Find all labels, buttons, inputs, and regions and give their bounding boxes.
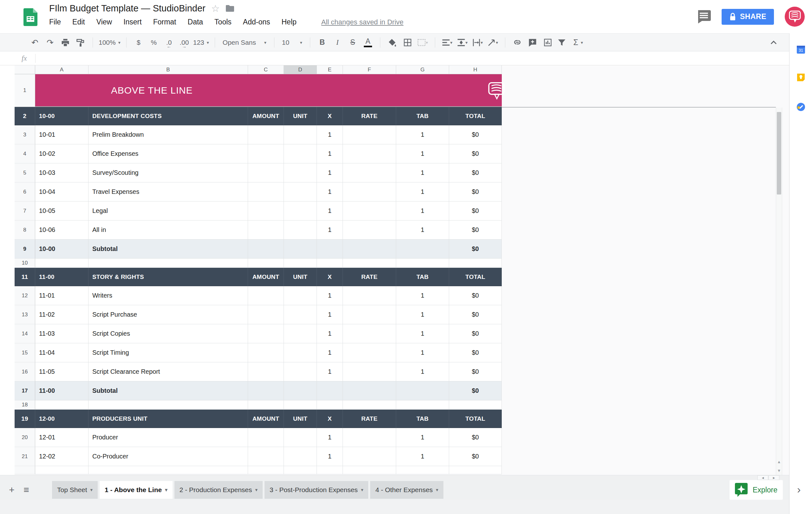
row-number[interactable]: 11 bbox=[14, 268, 35, 286]
row-number[interactable]: 20 bbox=[14, 428, 35, 447]
cell-tab[interactable]: 1 bbox=[396, 447, 449, 466]
formula-bar[interactable]: fx bbox=[0, 52, 789, 65]
cell-unit[interactable] bbox=[284, 182, 317, 201]
cell-line-item[interactable]: Writers bbox=[88, 286, 248, 305]
row-number[interactable]: 13 bbox=[14, 305, 35, 324]
cell-total[interactable]: $0 bbox=[449, 286, 502, 305]
cell-x[interactable]: 1 bbox=[317, 324, 343, 343]
scroll-left-icon[interactable]: ◂ bbox=[757, 475, 768, 480]
row-number[interactable]: 21 bbox=[14, 447, 35, 466]
cell-unit[interactable] bbox=[284, 221, 317, 239]
cell-account-code[interactable]: 10-03 bbox=[35, 163, 88, 182]
cell-header-total[interactable]: TOTAL bbox=[449, 268, 502, 286]
cell-amount[interactable] bbox=[248, 221, 284, 239]
account-avatar-studiobinder[interactable] bbox=[785, 7, 805, 27]
cell-empty[interactable] bbox=[88, 259, 248, 268]
add-sheet-button[interactable]: + bbox=[4, 485, 19, 495]
merge-cells-icon[interactable]: ▾ bbox=[416, 35, 429, 50]
cell-tab[interactable]: 1 bbox=[396, 182, 449, 201]
cell-empty[interactable] bbox=[449, 259, 502, 268]
column-header-g[interactable]: G bbox=[396, 65, 449, 74]
cell-unit[interactable] bbox=[284, 324, 317, 343]
menu-help[interactable]: Help bbox=[281, 18, 296, 26]
cell-rate[interactable] bbox=[343, 125, 396, 144]
calendar-icon[interactable]: 31 bbox=[796, 45, 805, 54]
share-button[interactable]: SHARE bbox=[722, 9, 774, 25]
cell-unit[interactable] bbox=[284, 163, 317, 182]
menu-add-ons[interactable]: Add-ons bbox=[243, 18, 270, 26]
cell-account-code[interactable]: 11-04 bbox=[35, 343, 88, 362]
row-number[interactable]: 18 bbox=[14, 400, 35, 409]
cell-x[interactable]: 1 bbox=[317, 447, 343, 466]
cell-account-code[interactable]: 12-00 bbox=[35, 409, 88, 428]
cell-tab[interactable]: 1 bbox=[396, 343, 449, 362]
tab-menu-caret-icon[interactable]: ▾ bbox=[165, 487, 168, 493]
cell-rate[interactable] bbox=[343, 286, 396, 305]
cell-tab[interactable]: 1 bbox=[396, 305, 449, 324]
row-number[interactable]: 16 bbox=[14, 362, 35, 381]
cell-empty[interactable] bbox=[343, 400, 396, 409]
row-number[interactable]: 14 bbox=[14, 324, 35, 343]
text-rotation-icon[interactable]: ▾ bbox=[487, 35, 499, 50]
cell-header-amount[interactable]: AMOUNT bbox=[248, 409, 284, 428]
scroll-down-icon[interactable]: ▾ bbox=[776, 466, 782, 475]
cell-total[interactable]: $0 bbox=[449, 447, 502, 466]
cell-empty[interactable] bbox=[317, 381, 343, 400]
cell-rate[interactable] bbox=[343, 201, 396, 221]
cell-empty[interactable] bbox=[396, 400, 449, 409]
cell-line-item[interactable]: Legal bbox=[88, 201, 248, 221]
scroll-up-icon[interactable]: ▴ bbox=[776, 457, 782, 466]
cell-unit[interactable] bbox=[284, 125, 317, 144]
vertical-align-icon[interactable]: ▾ bbox=[456, 35, 469, 50]
increase-decimals-button[interactable]: .00→ bbox=[178, 35, 191, 50]
row-number[interactable]: 9 bbox=[14, 239, 35, 259]
tab-menu-caret-icon[interactable]: ▾ bbox=[361, 487, 364, 493]
cell-unit[interactable] bbox=[284, 428, 317, 447]
cell-account-code[interactable]: 10-02 bbox=[35, 144, 88, 163]
font-family-select[interactable]: Open Sans▾ bbox=[221, 35, 268, 50]
cell-empty[interactable] bbox=[248, 400, 284, 409]
row-number[interactable]: 12 bbox=[14, 286, 35, 305]
cell-x[interactable]: 1 bbox=[317, 125, 343, 144]
menu-insert[interactable]: Insert bbox=[123, 18, 142, 26]
tab-menu-caret-icon[interactable]: ▾ bbox=[255, 487, 258, 493]
cell-unit[interactable] bbox=[284, 201, 317, 221]
cell-header-rate[interactable]: RATE bbox=[343, 268, 396, 286]
row-number[interactable]: 8 bbox=[14, 221, 35, 239]
cell-account-code[interactable]: 10-00 bbox=[35, 239, 88, 259]
row-number[interactable]: 3 bbox=[14, 125, 35, 144]
cell-header-amount[interactable]: AMOUNT bbox=[248, 268, 284, 286]
cell-header-tab[interactable]: TAB bbox=[396, 107, 449, 125]
cell-x[interactable]: 1 bbox=[317, 163, 343, 182]
cell-amount[interactable] bbox=[248, 343, 284, 362]
cell-total[interactable]: $0 bbox=[449, 428, 502, 447]
cell-tab[interactable]: 1 bbox=[396, 201, 449, 221]
cell-rate[interactable] bbox=[343, 343, 396, 362]
strikethrough-button[interactable]: S bbox=[346, 35, 359, 50]
cell-total[interactable]: $0 bbox=[449, 343, 502, 362]
cell-empty[interactable] bbox=[248, 381, 284, 400]
above-the-line-banner[interactable]: ABOVE THE LINE bbox=[35, 74, 502, 106]
cell-line-item[interactable]: Survey/Scouting bbox=[88, 163, 248, 182]
cell-empty[interactable] bbox=[317, 259, 343, 268]
font-size-select[interactable]: 10▾ bbox=[280, 35, 304, 50]
select-all-corner[interactable] bbox=[14, 65, 35, 74]
row-number[interactable]: 17 bbox=[14, 381, 35, 400]
cell-header-unit[interactable]: UNIT bbox=[284, 409, 317, 428]
insert-chart-icon[interactable] bbox=[542, 35, 554, 50]
format-currency-button[interactable]: $ bbox=[132, 35, 145, 50]
cell-unit[interactable] bbox=[284, 286, 317, 305]
cell-x[interactable]: 1 bbox=[317, 286, 343, 305]
cell-account-code[interactable]: 11-00 bbox=[35, 381, 88, 400]
collapse-toolbar-icon[interactable] bbox=[770, 39, 778, 47]
cell-empty[interactable] bbox=[284, 239, 317, 259]
cell-amount[interactable] bbox=[248, 201, 284, 221]
cell-empty[interactable] bbox=[35, 400, 88, 409]
cell-line-item[interactable]: Script Purchase bbox=[88, 305, 248, 324]
filter-icon[interactable]: ▾ bbox=[557, 35, 569, 50]
cell-x[interactable]: 1 bbox=[317, 144, 343, 163]
row-number[interactable]: 4 bbox=[14, 144, 35, 163]
cell-total[interactable]: $0 bbox=[449, 163, 502, 182]
insert-link-icon[interactable] bbox=[511, 35, 524, 50]
cell-tab[interactable]: 1 bbox=[396, 324, 449, 343]
